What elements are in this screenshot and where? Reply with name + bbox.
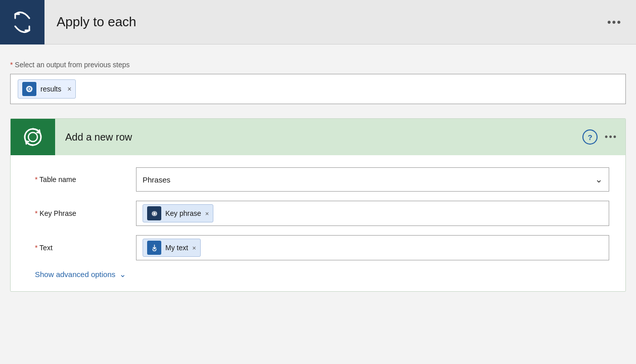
select-output-label: * Select an output from previous steps bbox=[10, 61, 626, 69]
header-more-button[interactable]: ••• bbox=[607, 16, 622, 29]
svg-point-3 bbox=[28, 132, 37, 142]
key-phrase-token-label: Key phrase bbox=[165, 209, 201, 217]
text-row: * Text bbox=[35, 235, 609, 260]
sync-icon bbox=[22, 126, 43, 148]
svg-rect-6 bbox=[153, 248, 155, 251]
card-more-button[interactable]: ••• bbox=[605, 132, 617, 143]
main-content: * Select an output from previous steps r… bbox=[0, 44, 636, 302]
key-phrase-token-icon bbox=[147, 206, 161, 220]
text-label: * Text bbox=[35, 244, 136, 252]
card-header-icon-box bbox=[11, 119, 55, 155]
key-phrase-label: * Key Phrase bbox=[35, 209, 136, 217]
loop-icon bbox=[11, 11, 33, 33]
my-text-token-close[interactable]: × bbox=[192, 244, 196, 252]
card-help-button[interactable]: ? bbox=[582, 129, 598, 145]
table-name-dropdown-arrow[interactable]: ⌄ bbox=[595, 174, 603, 185]
required-marker: * bbox=[10, 61, 13, 69]
page-container: Apply to each ••• * Select an output fro… bbox=[0, 0, 636, 364]
svg-point-5 bbox=[153, 212, 155, 214]
header-title: Apply to each bbox=[57, 14, 607, 30]
card-header: Add a new row ? ••• bbox=[11, 119, 625, 155]
header-icon-box bbox=[0, 0, 44, 44]
key-phrase-token-close[interactable]: × bbox=[205, 210, 209, 217]
results-token-label: results bbox=[40, 85, 61, 93]
select-output-input[interactable]: results × bbox=[10, 74, 626, 104]
key-phrase-token[interactable]: Key phrase × bbox=[143, 204, 213, 222]
table-name-row: * Table name Phrases ⌄ bbox=[35, 167, 609, 192]
key-phrase-input[interactable]: Key phrase × bbox=[136, 201, 609, 226]
table-name-value: Phrases bbox=[143, 175, 595, 184]
svg-point-1 bbox=[28, 88, 30, 90]
show-advanced-label: Show advanced options bbox=[35, 270, 115, 279]
results-token[interactable]: results × bbox=[18, 79, 76, 99]
key-phrase-row: * Key Phrase bbox=[35, 201, 609, 226]
results-token-close[interactable]: × bbox=[67, 85, 71, 93]
my-text-token[interactable]: My text × bbox=[143, 239, 201, 257]
text-input[interactable]: My text × bbox=[136, 235, 609, 260]
card-title: Add a new row bbox=[65, 131, 582, 143]
show-advanced-options-button[interactable]: Show advanced options ⌄ bbox=[35, 269, 609, 279]
results-token-icon bbox=[22, 82, 36, 96]
my-text-token-icon bbox=[147, 241, 161, 255]
show-advanced-chevron: ⌄ bbox=[119, 269, 126, 279]
header: Apply to each ••• bbox=[0, 0, 636, 44]
brain-icon-token bbox=[150, 209, 159, 218]
add-new-row-card: Add a new row ? ••• * Table name Phrases… bbox=[10, 118, 626, 292]
my-text-token-label: My text bbox=[165, 244, 188, 252]
table-name-label: * Table name bbox=[35, 175, 136, 184]
pointer-icon bbox=[150, 244, 159, 252]
card-body: * Table name Phrases ⌄ * Key Phrase bbox=[11, 155, 625, 291]
brain-icon-small bbox=[25, 84, 34, 94]
table-name-input[interactable]: Phrases ⌄ bbox=[136, 167, 609, 192]
